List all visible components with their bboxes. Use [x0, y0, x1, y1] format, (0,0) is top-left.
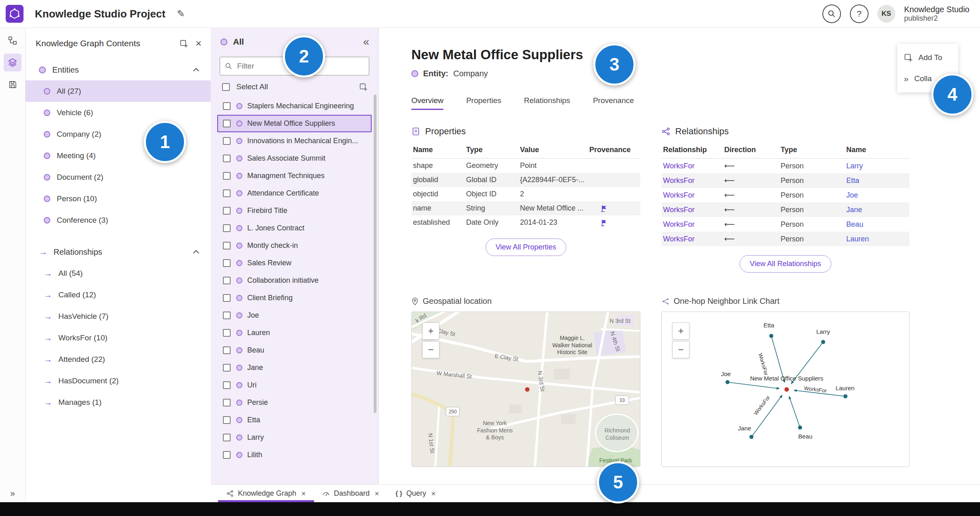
model-hierarchy-button[interactable]	[4, 32, 21, 49]
close-panel-button[interactable]: ✕	[195, 39, 202, 48]
rail-expand-button[interactable]: »	[0, 488, 25, 499]
relationship-filter-called[interactable]: →Called (12)	[25, 284, 211, 305]
list-item[interactable]: L. Jones Contract	[217, 219, 372, 237]
provenance-icon[interactable]	[601, 205, 608, 212]
layers-button[interactable]	[4, 54, 21, 71]
geospatial-map[interactable]: k Rd W Clay St E Clay St N 3rd St N 4th …	[411, 312, 640, 467]
zoom-out-button[interactable]: −	[672, 341, 689, 358]
save-button[interactable]	[4, 75, 21, 93]
view-all-relationships-button[interactable]: View All Relationships	[740, 255, 831, 273]
checkbox[interactable]	[223, 434, 231, 441]
tab-provenance[interactable]: Provenance	[593, 96, 634, 110]
one-hop-link-chart[interactable]: New Metal Office Suppliers Etta Larry Jo…	[661, 312, 909, 467]
list-item[interactable]: Montly check-in	[217, 237, 372, 254]
checkbox[interactable]	[223, 242, 231, 249]
checkbox[interactable]	[223, 294, 231, 302]
select-all-checkbox[interactable]	[222, 83, 230, 91]
provenance-icon[interactable]	[601, 219, 608, 226]
checkbox[interactable]	[223, 224, 231, 232]
list-item[interactable]: Attendance Certificate	[217, 185, 372, 202]
edit-title-button[interactable]: ✎	[174, 8, 187, 20]
entity-link[interactable]: Beau	[846, 220, 863, 228]
close-icon[interactable]: ✕	[431, 490, 436, 497]
list-item[interactable]: Beau	[217, 342, 372, 359]
checkbox[interactable]	[223, 399, 231, 406]
view-all-properties-button[interactable]: View All Properties	[486, 239, 567, 256]
relationship-filter-hasvehicle[interactable]: →HasVehicle (7)	[25, 305, 211, 327]
entity-filter-document[interactable]: Document (2)	[25, 166, 211, 188]
relationship-link[interactable]: WorksFor	[663, 191, 695, 199]
entity-link[interactable]: Lauren	[846, 235, 869, 243]
checkbox[interactable]	[223, 120, 231, 127]
avatar[interactable]: KS	[877, 5, 895, 23]
checkbox[interactable]	[223, 381, 231, 389]
entity-filter-all[interactable]: All (27)	[25, 80, 211, 102]
checkbox[interactable]	[223, 416, 231, 424]
checkbox[interactable]	[223, 259, 231, 267]
list-item[interactable]: Sales Associate Summit	[217, 150, 372, 167]
list-item[interactable]: Jane	[217, 359, 372, 376]
node-label-larry[interactable]: Larry	[810, 328, 836, 335]
relationship-link[interactable]: WorksFor	[663, 206, 695, 214]
node-label-joe[interactable]: Joe	[714, 370, 738, 377]
relationship-filter-hasdocument[interactable]: →HasDocument (2)	[25, 370, 211, 391]
tab-dashboard[interactable]: Dashboard ✕	[314, 485, 387, 502]
list-item[interactable]: Innovations in Mechanical Engin...	[217, 132, 372, 150]
entity-link[interactable]: Jane	[846, 206, 862, 214]
list-scrollbar[interactable]	[374, 95, 377, 413]
checkbox[interactable]	[223, 329, 231, 337]
chevron-up-icon[interactable]	[193, 250, 199, 254]
checkbox[interactable]	[223, 189, 231, 197]
list-item[interactable]: Lauren	[217, 324, 372, 342]
add-selected-button[interactable]	[359, 83, 368, 91]
search-button[interactable]	[822, 4, 841, 23]
list-item-selected[interactable]: New Metal Office Suppliers	[217, 115, 372, 132]
entity-filter-vehicle[interactable]: Vehicle (6)	[25, 102, 211, 123]
checkbox[interactable]	[223, 277, 231, 284]
list-item[interactable]: Client Briefing	[217, 289, 372, 307]
relationship-link[interactable]: WorksFor	[663, 176, 695, 185]
tab-knowledge-graph[interactable]: Knowledge Graph ✕	[218, 485, 314, 502]
zoom-out-button[interactable]: −	[422, 341, 439, 358]
help-button[interactable]: ?	[850, 4, 869, 23]
list-item[interactable]: Uri	[217, 376, 372, 394]
zoom-in-button[interactable]: +	[672, 322, 689, 340]
list-item[interactable]: Larry	[217, 429, 372, 446]
list-item[interactable]: Collaboration initiative	[217, 272, 372, 289]
relationship-filter-manages[interactable]: →Manages (1)	[25, 391, 211, 413]
checkbox[interactable]	[223, 346, 231, 354]
checkbox[interactable]	[223, 364, 231, 372]
tab-relationships[interactable]: Relationships	[524, 96, 570, 110]
list-item[interactable]: Sales Review	[217, 254, 372, 272]
entity-link[interactable]: Larry	[846, 162, 863, 170]
relationship-filter-worksfor[interactable]: →WorksFor (10)	[25, 327, 211, 348]
checkbox[interactable]	[223, 137, 231, 145]
relationships-section-header[interactable]: → Relationships	[25, 241, 211, 262]
checkbox[interactable]	[223, 102, 231, 110]
node-label-etta[interactable]: Etta	[756, 322, 782, 329]
entity-link[interactable]: Etta	[846, 176, 859, 185]
center-node-label[interactable]: New Metal Office Suppliers	[738, 375, 835, 382]
entity-filter-conference[interactable]: Conference (3)	[25, 209, 211, 231]
checkbox[interactable]	[223, 207, 231, 215]
list-item[interactable]: Joe	[217, 307, 372, 324]
tab-properties[interactable]: Properties	[466, 96, 501, 110]
add-to-button[interactable]: Add To	[897, 47, 958, 68]
entity-filter-person[interactable]: Person (10)	[25, 188, 211, 209]
collapse-panel-button[interactable]: «	[363, 36, 369, 48]
chevron-up-icon[interactable]	[193, 68, 199, 72]
close-icon[interactable]: ✕	[301, 490, 306, 497]
relationship-filter-attended[interactable]: →Attended (22)	[25, 348, 211, 370]
close-icon[interactable]: ✕	[374, 490, 379, 497]
relationship-link[interactable]: WorksFor	[663, 220, 695, 228]
relationship-link[interactable]: WorksFor	[663, 235, 695, 243]
relationship-link[interactable]: WorksFor	[663, 162, 695, 170]
entity-link[interactable]: Joe	[846, 191, 858, 199]
tab-overview[interactable]: Overview	[411, 96, 443, 110]
list-item[interactable]: Persie	[217, 394, 372, 411]
list-item[interactable]: Etta	[217, 411, 372, 429]
checkbox[interactable]	[223, 312, 231, 319]
list-item[interactable]: Lilith	[217, 446, 372, 464]
node-label-beau[interactable]: Beau	[793, 433, 817, 440]
add-panel-button[interactable]	[180, 39, 188, 48]
